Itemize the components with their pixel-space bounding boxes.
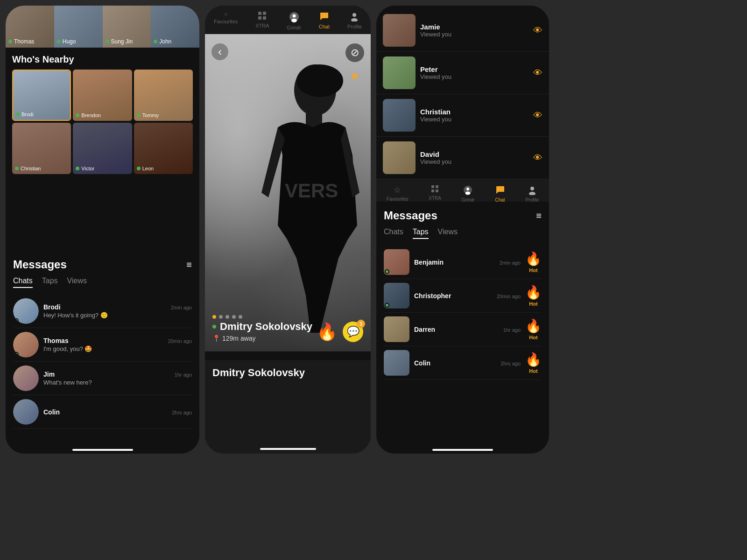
nav-favourites[interactable]: ☆ Favourites <box>387 185 409 203</box>
profile-icon <box>527 185 537 196</box>
svg-rect-22 <box>431 185 434 188</box>
filter-icon[interactable]: ≡ <box>186 259 192 270</box>
user-name: Hugo <box>63 38 76 45</box>
nav-label: Favourites <box>387 196 409 202</box>
back-button[interactable]: ‹ <box>211 43 228 60</box>
chat-item-thomas[interactable]: Thomas 20min ago I'm good, you? 🤩 <box>13 328 192 362</box>
block-button[interactable]: ⊘ <box>345 43 364 62</box>
tap-item-colin[interactable]: Colin 2hrs ago 🔥 Hot <box>384 346 542 380</box>
view-item-jamie[interactable]: Jamie Viewed you 👁 <box>376 9 549 52</box>
online-indicator <box>8 40 12 43</box>
nearby-cell-tommy[interactable]: Tommy <box>134 70 193 121</box>
view-info: Peter Viewed you <box>420 65 529 80</box>
hot-label: Hot <box>529 368 537 374</box>
chat-icon <box>495 185 505 196</box>
hot-label: Hot <box>529 335 537 340</box>
top-user-hugo[interactable]: Hugo <box>54 6 103 48</box>
nav-label: Grindr <box>287 25 301 30</box>
svg-text:VERS: VERS <box>285 180 338 202</box>
chat-name: Jim <box>43 371 55 378</box>
nav-xtra[interactable]: XTRA <box>255 11 269 30</box>
filter-icon[interactable]: ≡ <box>536 210 542 221</box>
view-name: Peter <box>420 65 529 73</box>
right-top-section: Jamie Viewed you 👁 Peter Viewed you 👁 <box>376 6 549 206</box>
chat-icon <box>319 11 329 22</box>
nav-profile[interactable]: Profile <box>526 185 539 203</box>
nearby-user-name: Christian <box>21 166 41 171</box>
tap-item-benjamin[interactable]: Benjamin 2min ago 🔥 Hot <box>384 245 542 279</box>
top-user-thomas[interactable]: Thomas <box>6 6 54 48</box>
chat-time: 2hrs ago <box>172 410 192 415</box>
tap-item-christopher[interactable]: Christopher 20min ago 🔥 Hot <box>384 279 542 313</box>
nav-chat[interactable]: Chat <box>495 185 505 203</box>
profile-icon <box>349 11 359 22</box>
star-icon: ☆ <box>394 185 401 195</box>
tab-views[interactable]: Views <box>67 277 87 288</box>
tap-action: 🔥 Hot <box>525 251 542 273</box>
view-name: Jamie <box>420 23 529 31</box>
tab-chats[interactable]: Chats <box>13 277 33 288</box>
view-item-david[interactable]: David Viewed you 👁 <box>376 137 549 179</box>
nav-grindr[interactable]: Grindr <box>287 11 301 30</box>
online-indicator <box>76 113 79 117</box>
chat-item-brodi[interactable]: Brodi 2min ago Hey! How's it going? 🙂 <box>13 294 192 328</box>
tab-views[interactable]: Views <box>438 228 458 239</box>
chat-time: 1hr ago <box>175 372 192 378</box>
svg-point-14 <box>292 14 296 18</box>
nav-xtra[interactable]: XTRA <box>429 185 441 203</box>
block-icon: ⊘ <box>351 47 359 59</box>
view-label: Viewed you <box>420 31 529 38</box>
tap-item-darren[interactable]: Darren 1hr ago 🔥 Hot <box>384 313 542 346</box>
tab-chats[interactable]: Chats <box>384 228 403 239</box>
nearby-cell-leon[interactable]: Leon <box>134 123 193 174</box>
eye-icon: 👁 <box>533 25 543 36</box>
chat-badge: 3 <box>357 320 365 328</box>
profile-detail-section: Dmitry Sokolovsky <box>205 360 371 454</box>
online-dot <box>385 303 389 308</box>
chat-item-jim[interactable]: Jim 1hr ago What's new here? <box>13 362 192 395</box>
nearby-cell-christian[interactable]: Christian <box>12 123 71 174</box>
favourite-button[interactable]: ★ <box>345 67 364 85</box>
top-user-john[interactable]: John <box>151 6 199 48</box>
view-label: Viewed you <box>420 116 529 123</box>
star-icon: ☆ <box>224 11 228 17</box>
flame-button[interactable]: 🔥 <box>317 322 337 342</box>
view-name: Christian <box>420 108 529 116</box>
top-user-sungjin[interactable]: Sung Jin <box>103 6 151 48</box>
online-indicator <box>16 112 20 116</box>
eye-icon: 👁 <box>533 110 543 121</box>
distance-text: 129m away <box>222 335 256 342</box>
tap-name: Colin <box>414 359 430 367</box>
dot-4 <box>232 315 236 319</box>
chat-preview: What's new here? <box>43 379 192 386</box>
view-item-peter[interactable]: Peter Viewed you 👁 <box>376 52 549 94</box>
tap-time: 2hrs ago <box>500 361 521 366</box>
nav-label: Chat <box>319 24 330 29</box>
nav-grindr[interactable]: Grindr <box>462 185 475 203</box>
chat-item-colin[interactable]: Colin 2hrs ago <box>13 395 192 429</box>
online-indicator <box>137 113 141 117</box>
nav-chat[interactable]: Chat <box>319 11 330 30</box>
flame-icon: 🔥 <box>525 251 542 266</box>
view-info: David Viewed you <box>420 150 529 165</box>
view-item-christian[interactable]: Christian Viewed you 👁 <box>376 94 549 137</box>
svg-rect-11 <box>258 16 261 20</box>
svg-point-29 <box>530 187 534 190</box>
nearby-cell-brodi[interactable]: Brodi <box>12 70 71 121</box>
svg-point-19 <box>296 64 343 97</box>
tap-action: 🔥 Hot <box>525 352 542 374</box>
nav-favourites[interactable]: ☆ Favourites <box>214 11 238 30</box>
back-icon: ‹ <box>218 45 222 58</box>
nearby-cell-victor[interactable]: Victor <box>73 123 132 174</box>
nearby-title: Who's Nearby <box>12 54 193 65</box>
nav-profile[interactable]: Profile <box>347 11 362 30</box>
top-users-strip: Thomas Hugo Sung Jin John <box>6 6 199 48</box>
chat-button[interactable]: 💬 3 <box>343 322 363 342</box>
person-silhouette: VERS <box>254 62 366 333</box>
messages-header: Messages ≡ <box>384 209 542 222</box>
tab-taps[interactable]: Taps <box>42 277 58 288</box>
nearby-user-name: Tommy <box>142 112 159 118</box>
tab-taps[interactable]: Taps <box>413 228 429 239</box>
messages-header: Messages ≡ <box>13 258 192 271</box>
nearby-cell-brendon[interactable]: Brendon <box>73 70 132 121</box>
